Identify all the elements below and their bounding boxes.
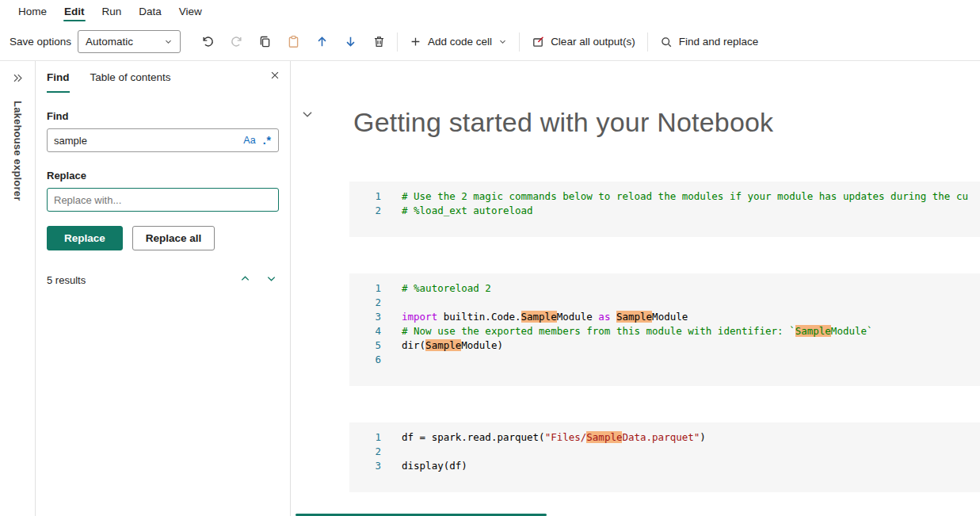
line-number: 3 <box>349 310 381 324</box>
search-match-highlight: Sample <box>521 311 557 323</box>
menu-bar: HomeEditRunDataView <box>0 0 980 23</box>
replace-button[interactable]: Replace <box>47 226 123 250</box>
menu-item-home[interactable]: Home <box>10 0 55 23</box>
menu-item-edit[interactable]: Edit <box>55 0 93 23</box>
line-number: 2 <box>349 445 381 459</box>
redo-icon <box>230 35 243 48</box>
redo-button[interactable] <box>222 29 250 55</box>
code-text: import builtin.Code.SampleModule as Samp… <box>402 310 688 324</box>
results-row: 5 results <box>47 271 279 289</box>
match-case-toggle[interactable]: Aa <box>243 135 255 146</box>
code-line: 2 <box>349 296 980 310</box>
results-count: 5 results <box>47 274 86 286</box>
line-number: 2 <box>349 296 381 310</box>
lakehouse-explorer-rail: Lakehouse explorer <box>0 61 36 516</box>
paste-icon <box>287 35 300 48</box>
line-number: 1 <box>349 281 381 296</box>
find-label: Find <box>47 110 279 122</box>
replace-label: Replace <box>47 170 279 182</box>
arrow-up-icon <box>315 35 329 48</box>
regex-toggle[interactable]: .* <box>263 134 272 147</box>
content-area: Lakehouse explorer FindTable of contents… <box>0 61 980 516</box>
delete-cell-button[interactable] <box>364 29 393 55</box>
save-mode-value: Automatic <box>86 36 133 48</box>
code-line: 3display(df) <box>349 459 980 473</box>
toolbar-separator <box>647 32 648 52</box>
search-match-highlight: Sample <box>795 325 831 337</box>
search-match-highlight: Sample <box>586 431 622 443</box>
chevron-down-icon <box>164 37 173 46</box>
find-and-replace-label: Find and replace <box>679 36 759 48</box>
line-number: 1 <box>349 430 381 445</box>
find-and-replace-button[interactable]: Find and replace <box>652 29 767 55</box>
code-token: dir( <box>402 339 425 351</box>
notebook-canvas: Getting started with your Notebook 1# Us… <box>291 61 980 516</box>
find-input[interactable] <box>54 135 236 147</box>
line-number: 2 <box>349 204 381 218</box>
double-chevron-right-icon <box>12 72 24 84</box>
code-text: # %autoreload 2 <box>402 281 491 296</box>
move-cell-up-button[interactable] <box>307 29 336 55</box>
save-options-label: Save options <box>10 36 71 48</box>
code-token: Module) <box>461 339 503 351</box>
notebook-app: HomeEditRunDataView Save options Automat… <box>0 0 980 516</box>
find-panel-tabs-row: FindTable of contents <box>47 61 279 93</box>
notebook-toolbar: Save options Automatic Add code <box>0 23 980 61</box>
arrow-down-icon <box>344 35 357 48</box>
find-replace-panel: FindTable of contents Find Aa .* Replace… <box>36 61 291 516</box>
replace-all-button[interactable]: Replace all <box>132 226 215 250</box>
move-cell-down-button[interactable] <box>336 29 364 55</box>
clear-all-outputs-button[interactable]: Clear all output(s) <box>524 29 643 55</box>
search-match-highlight: Sample <box>616 311 652 323</box>
code-line: 2 <box>349 445 980 459</box>
tab-find[interactable]: Find <box>47 61 70 93</box>
code-cell[interactable]: 1# Use the 2 magic commands below to rel… <box>349 182 980 237</box>
undo-button[interactable] <box>193 29 222 55</box>
menu-item-view[interactable]: View <box>170 0 211 23</box>
search-match-highlight: Sample <box>425 339 461 351</box>
code-text: # Use the 2 magic commands below to relo… <box>402 189 968 204</box>
code-line: 4# Now use the exported members from thi… <box>349 324 980 338</box>
code-token: Module <box>557 311 599 323</box>
code-text: df = spark.read.parquet("Files/SampleDat… <box>402 430 706 445</box>
replace-input[interactable] <box>54 194 272 206</box>
collapse-section-button[interactable] <box>300 107 315 124</box>
add-code-cell-button[interactable]: Add code cell <box>402 29 515 55</box>
lakehouse-explorer-label: Lakehouse explorer <box>12 101 24 201</box>
replace-buttons-row: Replace Replace all <box>47 226 279 250</box>
code-text: # %load_ext autoreload <box>402 204 533 218</box>
save-mode-dropdown[interactable]: Automatic <box>78 30 181 53</box>
code-line: 1df = spark.read.parquet("Files/SampleDa… <box>349 430 980 445</box>
code-token: ) <box>700 431 706 443</box>
previous-result-button[interactable] <box>238 271 253 289</box>
find-input-box: Aa .* <box>47 128 279 152</box>
copy-button[interactable] <box>250 29 279 55</box>
code-token <box>610 311 616 323</box>
code-line: 1# Use the 2 magic commands below to rel… <box>349 189 980 204</box>
add-code-cell-label: Add code cell <box>428 36 492 48</box>
code-token: as <box>598 311 610 323</box>
menu-item-run[interactable]: Run <box>93 0 131 23</box>
notebook-title[interactable]: Getting started with your Notebook <box>353 104 980 140</box>
code-token: df = spark.read.parquet( <box>402 431 545 443</box>
code-token: Data.parquet" <box>622 431 700 443</box>
line-number: 5 <box>349 338 381 353</box>
code-cell[interactable]: 1# %autoreload 223import builtin.Code.Sa… <box>349 273 980 386</box>
code-cell[interactable]: 1df = spark.read.parquet("Files/SampleDa… <box>349 422 980 492</box>
paste-button[interactable] <box>279 29 307 55</box>
tab-table-of-contents[interactable]: Table of contents <box>90 61 171 93</box>
code-line: 6 <box>349 353 980 367</box>
copy-icon <box>258 35 272 48</box>
expand-pane-button[interactable] <box>9 69 27 90</box>
replace-input-box <box>47 188 279 212</box>
close-panel-button[interactable] <box>269 70 280 83</box>
chevron-down-icon <box>265 273 277 285</box>
line-number: 6 <box>349 353 381 367</box>
code-token: # Use the 2 magic commands below to relo… <box>402 190 968 202</box>
menu-item-data[interactable]: Data <box>130 0 170 23</box>
chevron-down-icon <box>300 107 315 121</box>
search-icon <box>660 36 673 48</box>
results-nav <box>238 271 279 289</box>
next-result-button[interactable] <box>264 271 279 289</box>
code-line: 2# %load_ext autoreload <box>349 204 980 218</box>
